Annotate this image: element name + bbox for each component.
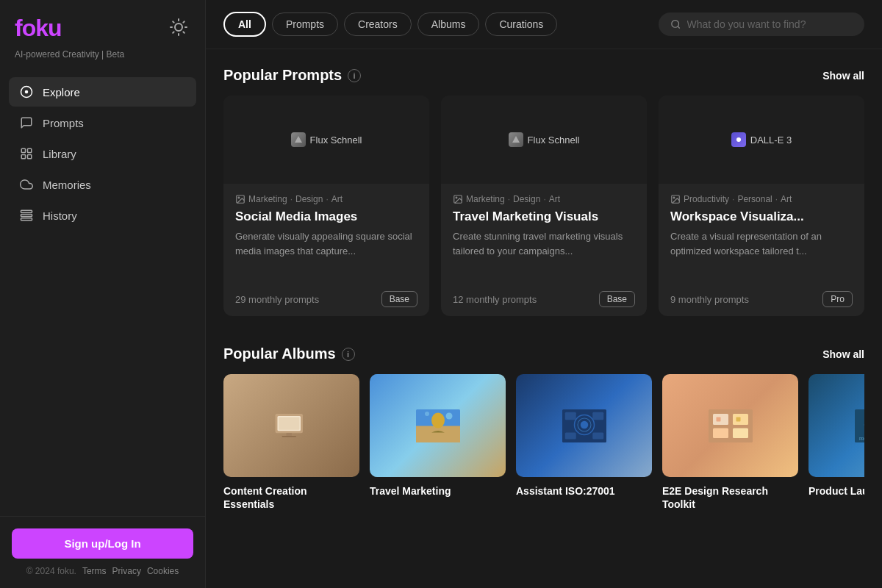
- svg-line-7: [173, 32, 173, 32]
- album-thumb-workspace-img: [223, 374, 359, 477]
- prompt-card-3-tags: Productivity · Personal · Art: [670, 194, 853, 204]
- album-card-3-name: Assistant ISO:27001: [516, 484, 652, 498]
- footer-cookies-link[interactable]: Cookies: [147, 566, 179, 576]
- prompt-card-3[interactable]: DALL-E 3 Productivity · Personal · Art: [659, 96, 864, 316]
- sidebar-item-prompts[interactable]: Prompts: [9, 108, 196, 137]
- sidebar-item-explore[interactable]: Explore: [9, 77, 196, 107]
- search-bar[interactable]: [659, 12, 864, 36]
- prompt-card-3-top: DALL-E 3: [659, 96, 864, 184]
- svg-point-25: [456, 197, 457, 198]
- app-logo: foku: [15, 15, 62, 42]
- svg-rect-45: [564, 432, 576, 439]
- library-icon: [19, 146, 34, 161]
- sidebar-item-library-label: Library: [43, 148, 76, 160]
- flux-schnell-icon-1: [291, 132, 306, 147]
- popular-albums-header: Popular Albums i Show all: [223, 345, 864, 362]
- album-thumb-design-img: [662, 374, 798, 477]
- svg-rect-46: [592, 432, 603, 439]
- explore-icon: [19, 85, 34, 99]
- album-thumb-assistant-img: [516, 374, 652, 477]
- prompt-card-2[interactable]: Flux Schnell Marketing · Design · Art: [441, 96, 647, 316]
- prompt-cards-list: Flux Schnell Marketing · Design · Art: [223, 96, 864, 316]
- sidebar-item-memories-label: Memories: [43, 179, 91, 191]
- popular-prompts-info-icon[interactable]: i: [348, 69, 361, 82]
- svg-point-22: [238, 197, 240, 198]
- svg-rect-32: [286, 433, 292, 436]
- album-card-5-name: Product Launch Workflow: [808, 484, 864, 498]
- prompt-card-1-top: Flux Schnell: [223, 96, 429, 184]
- prompt-card-2-tags: Marketing · Design · Art: [453, 194, 635, 204]
- album-thumb-2: [370, 374, 506, 477]
- sidebar: foku AI-powered Creativity | Beta: [0, 0, 206, 588]
- signup-button[interactable]: Sign up/Log In: [12, 528, 193, 559]
- album-cards-list: Content Creation Essentials: [223, 374, 864, 511]
- prompt-card-3-title: Workspace Visualiza...: [670, 209, 853, 225]
- album-card-3[interactable]: Assistant ISO:27001: [516, 374, 652, 511]
- svg-marker-20: [295, 136, 302, 143]
- footer-privacy-link[interactable]: Privacy: [112, 566, 141, 576]
- filter-creators-button[interactable]: Creators: [344, 12, 412, 36]
- album-card-1-name: Content Creation Essentials: [223, 484, 359, 511]
- search-input[interactable]: [687, 18, 853, 30]
- prompt-card-1-tier: Base: [381, 291, 417, 307]
- popular-prompts-show-all-button[interactable]: Show all: [822, 70, 864, 82]
- prompt-card-3-footer: 9 monthly prompts Pro: [659, 282, 864, 316]
- svg-point-10: [25, 90, 29, 94]
- popular-albums-info-icon[interactable]: i: [342, 348, 355, 361]
- dalle-icon: [731, 132, 746, 147]
- filter-all-button[interactable]: All: [223, 12, 266, 37]
- popular-prompts-title: Popular Prompts i: [223, 67, 361, 84]
- filter-prompts-button[interactable]: Prompts: [272, 12, 338, 36]
- prompt-card-3-monthly: 9 monthly prompts: [670, 294, 749, 305]
- album-thumb-4: [662, 374, 798, 477]
- svg-rect-43: [564, 412, 576, 420]
- svg-rect-35: [416, 426, 460, 442]
- svg-point-42: [580, 420, 588, 429]
- prompt-card-2-tier: Base: [599, 291, 635, 307]
- svg-point-26: [736, 137, 741, 142]
- svg-rect-14: [28, 155, 32, 159]
- svg-rect-44: [592, 412, 603, 420]
- sidebar-item-explore-label: Explore: [43, 86, 80, 98]
- top-nav-bar: All Prompts Creators Albums Curations: [206, 0, 882, 49]
- prompt-card-1-desc: Generate visually appealing square socia…: [235, 229, 417, 258]
- logo-area: foku: [0, 0, 205, 49]
- filter-albums-button[interactable]: Albums: [417, 12, 480, 36]
- theme-toggle-icon[interactable]: [170, 18, 190, 39]
- popular-albums-show-all-button[interactable]: Show all: [822, 348, 864, 360]
- album-card-5[interactable]: PRODUCT LAUNCH Product Launch Workflow: [808, 374, 864, 511]
- album-card-1[interactable]: Content Creation Essentials: [223, 374, 359, 511]
- prompt-card-2-desc: Create stunning travel marketing visuals…: [453, 229, 635, 258]
- footer-copyright: © 2024 foku.: [26, 566, 76, 576]
- footer-terms-link[interactable]: Terms: [82, 566, 107, 576]
- prompt-card-2-title: Travel Marketing Visuals: [453, 209, 635, 225]
- prompt-card-1[interactable]: Flux Schnell Marketing · Design · Art: [223, 96, 429, 316]
- album-card-4[interactable]: E2E Design Research Toolkit: [662, 374, 798, 511]
- sidebar-item-history[interactable]: History: [9, 201, 196, 230]
- svg-point-0: [175, 24, 182, 31]
- main-content: All Prompts Creators Albums Curations Po…: [206, 0, 882, 588]
- prompt-card-1-title: Social Media Images: [235, 209, 417, 225]
- prompt-card-3-body: Productivity · Personal · Art Workspace …: [659, 184, 864, 282]
- svg-point-36: [431, 412, 445, 428]
- cloud-icon: [19, 177, 34, 192]
- album-thumb-1: [223, 374, 359, 477]
- svg-point-18: [672, 21, 679, 28]
- prompt-card-1-body: Marketing · Design · Art Social Media Im…: [223, 184, 429, 282]
- flux-schnell-icon-2: [509, 132, 523, 147]
- prompt-card-2-footer: 12 monthly prompts Base: [441, 282, 647, 316]
- prompt-card-2-model: Flux Schnell: [509, 132, 580, 147]
- sidebar-item-library[interactable]: Library: [9, 139, 196, 168]
- album-card-2[interactable]: Travel Marketing: [370, 374, 506, 511]
- card-3-image-icon: [670, 194, 681, 204]
- sidebar-item-memories[interactable]: Memories: [9, 170, 196, 199]
- svg-point-38: [425, 412, 429, 416]
- filter-curations-button[interactable]: Curations: [485, 12, 557, 36]
- svg-rect-51: [733, 428, 748, 438]
- album-card-2-name: Travel Marketing: [370, 484, 506, 498]
- svg-rect-15: [21, 210, 32, 212]
- prompt-card-2-monthly: 12 monthly prompts: [453, 294, 537, 305]
- prompt-card-3-tier: Pro: [822, 291, 853, 307]
- prompt-card-3-model: DALL-E 3: [731, 132, 792, 147]
- prompt-card-1-monthly: 29 monthly prompts: [235, 294, 319, 305]
